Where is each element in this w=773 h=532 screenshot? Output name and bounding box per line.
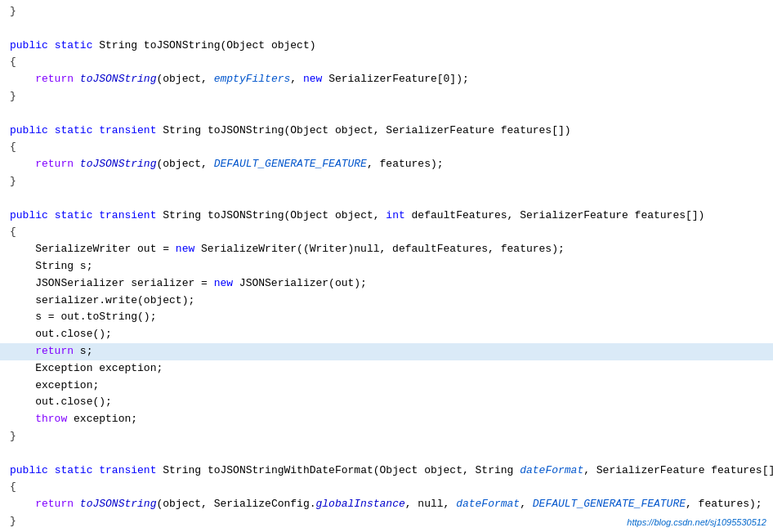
code-line (0, 20, 773, 38)
code-line: return toJSONString(object, emptyFilters… (0, 71, 773, 88)
code-line: s = out.toString(); (0, 309, 773, 326)
code-line: public static transient String toJSONStr… (0, 208, 773, 225)
code-line: public static transient String toJSONStr… (0, 463, 773, 480)
code-line: } (0, 3, 773, 20)
code-line: return toJSONString(object, DEFAULT_GENE… (0, 156, 773, 173)
code-line: JSONSerializer serializer = new JSONSeri… (0, 275, 773, 293)
code-line: { (0, 139, 773, 156)
code-line: { (0, 479, 773, 496)
code-line: serializer.write(object); (0, 293, 773, 310)
code-line: Exception exception; (0, 360, 773, 378)
code-line: public static String toJSONString(Object… (0, 38, 773, 55)
code-line: exception; (0, 378, 773, 395)
code-line: } (0, 88, 773, 105)
code-line: } (0, 173, 773, 190)
code-line: } (0, 428, 773, 445)
code-line (0, 445, 773, 463)
code-viewer: }public static String toJSONString(Objec… (0, 0, 773, 532)
code-line: throw exception; (0, 411, 773, 428)
code-line: public static transient String toJSONStr… (0, 123, 773, 140)
code-line (0, 190, 773, 208)
code-line: SerializeWriter out = new SerializeWrite… (0, 241, 773, 258)
code-line: return s; (0, 343, 773, 360)
code-line: return toJSONString(object, SerializeCon… (0, 496, 773, 513)
code-line: out.close(); (0, 394, 773, 411)
watermark: https://blog.csdn.net/sj1095530512 (627, 516, 766, 530)
code-line: { (0, 54, 773, 71)
code-line: { (0, 224, 773, 241)
code-line: String s; (0, 258, 773, 275)
code-line: out.close(); (0, 326, 773, 343)
code-line (0, 105, 773, 123)
